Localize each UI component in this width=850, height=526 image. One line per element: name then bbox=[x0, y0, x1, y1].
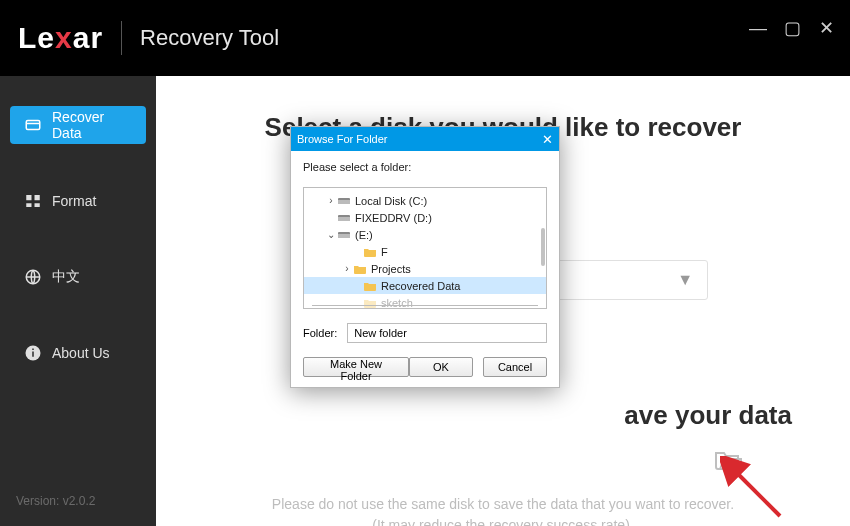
folder-name-input[interactable] bbox=[347, 323, 547, 343]
sidebar-item-recover-data[interactable]: Recover Data bbox=[10, 106, 146, 144]
tree-item[interactable]: ›Projects bbox=[304, 260, 546, 277]
scrollbar-thumb[interactable] bbox=[541, 228, 545, 266]
svg-rect-2 bbox=[35, 195, 40, 200]
tree-item-label: (E:) bbox=[355, 229, 373, 241]
tree-item[interactable]: sketch bbox=[304, 294, 546, 309]
dialog-title: Browse For Folder bbox=[297, 133, 387, 145]
svg-rect-4 bbox=[35, 203, 40, 207]
svg-rect-14 bbox=[338, 234, 350, 238]
folder-tree[interactable]: ›Local Disk (C:)FIXEDDRV (D:)⌄(E:)F›Proj… bbox=[303, 187, 547, 309]
format-icon bbox=[24, 192, 42, 210]
info-icon bbox=[24, 344, 42, 362]
close-window-button[interactable]: ✕ bbox=[816, 18, 836, 38]
minimize-button[interactable]: — bbox=[748, 18, 768, 38]
tree-item-label: sketch bbox=[381, 297, 413, 309]
dialog-prompt: Please select a folder: bbox=[303, 161, 547, 173]
sidebar-item-about[interactable]: About Us bbox=[10, 334, 146, 372]
folder-icon bbox=[362, 279, 378, 293]
svg-rect-1 bbox=[26, 195, 31, 200]
recover-icon bbox=[24, 116, 42, 134]
chevron-down-icon: ▼ bbox=[677, 271, 693, 289]
folder-field-label: Folder: bbox=[303, 327, 337, 339]
folder-icon bbox=[352, 262, 368, 276]
tree-item[interactable]: FIXEDDRV (D:) bbox=[304, 209, 546, 226]
svg-rect-10 bbox=[338, 200, 350, 204]
expander-icon[interactable]: › bbox=[342, 263, 352, 274]
tree-item-label: F bbox=[381, 246, 388, 258]
tree-item[interactable]: Recovered Data bbox=[304, 277, 546, 294]
svg-rect-0 bbox=[26, 121, 40, 130]
sidebar-item-label: 中文 bbox=[52, 268, 80, 286]
expander-icon[interactable]: › bbox=[326, 195, 336, 206]
tree-item[interactable]: ›Local Disk (C:) bbox=[304, 192, 546, 209]
sidebar-item-label: Format bbox=[52, 193, 96, 209]
browse-folder-dialog: Browse For Folder ✕ Please select a fold… bbox=[290, 126, 560, 388]
folder-icon bbox=[362, 296, 378, 310]
drive-icon bbox=[336, 211, 352, 225]
divider bbox=[121, 21, 122, 55]
save-heading-fragment: ave your data bbox=[624, 400, 792, 431]
svg-rect-12 bbox=[338, 217, 350, 221]
sidebar: Recover Data Format 中文 About Us Ve bbox=[0, 76, 156, 526]
browse-folder-icon[interactable] bbox=[714, 449, 742, 475]
make-new-folder-button[interactable]: Make New Folder bbox=[303, 357, 409, 377]
svg-rect-8 bbox=[32, 349, 34, 351]
tree-item-label: Projects bbox=[371, 263, 411, 275]
dialog-close-button[interactable]: ✕ bbox=[542, 132, 553, 147]
sidebar-item-label: Recover Data bbox=[52, 109, 132, 141]
hint-text: Please do not use the same disk to save … bbox=[156, 494, 850, 526]
tree-item-label: FIXEDDRV (D:) bbox=[355, 212, 432, 224]
drive-icon bbox=[336, 228, 352, 242]
sidebar-item-format[interactable]: Format bbox=[10, 182, 146, 220]
tree-item[interactable]: ⌄(E:) bbox=[304, 226, 546, 243]
svg-rect-3 bbox=[26, 203, 31, 207]
folder-icon bbox=[362, 245, 378, 259]
title-bar: Lexar Recovery Tool — ▢ ✕ bbox=[0, 0, 850, 76]
brand-logo: Lexar bbox=[18, 21, 103, 55]
app-subtitle: Recovery Tool bbox=[140, 25, 279, 51]
maximize-button[interactable]: ▢ bbox=[782, 18, 802, 38]
drive-icon bbox=[336, 194, 352, 208]
dialog-titlebar[interactable]: Browse For Folder ✕ bbox=[291, 127, 559, 151]
globe-icon bbox=[24, 268, 42, 286]
version-label: Version: v2.0.2 bbox=[16, 494, 95, 508]
expander-icon[interactable]: ⌄ bbox=[326, 229, 336, 240]
tree-item-label: Local Disk (C:) bbox=[355, 195, 427, 207]
ok-button[interactable]: OK bbox=[409, 357, 473, 377]
sidebar-item-label: About Us bbox=[52, 345, 110, 361]
tree-item[interactable]: F bbox=[304, 243, 546, 260]
svg-rect-7 bbox=[32, 352, 34, 357]
tree-item-label: Recovered Data bbox=[381, 280, 461, 292]
sidebar-item-language[interactable]: 中文 bbox=[10, 258, 146, 296]
cancel-button[interactable]: Cancel bbox=[483, 357, 547, 377]
